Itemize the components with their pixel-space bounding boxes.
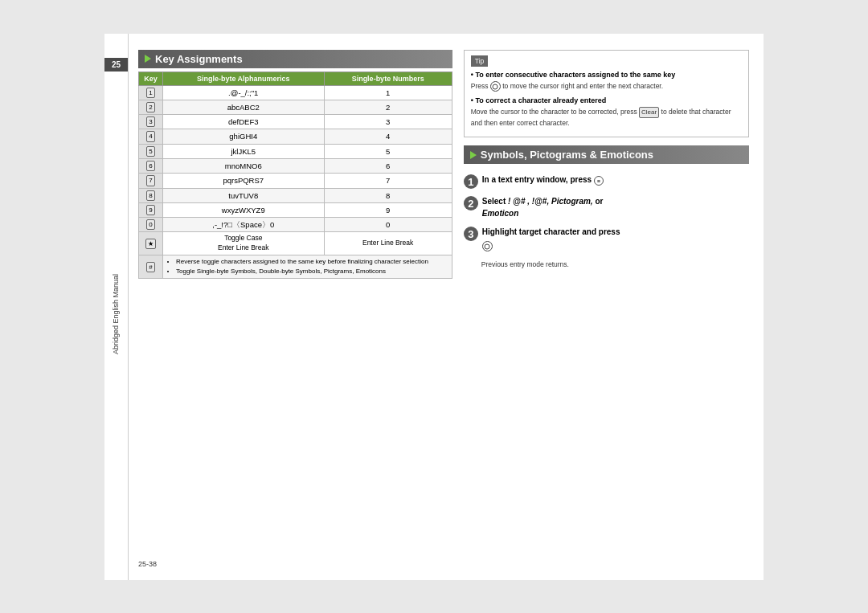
symbols-title: Symbols, Pictograms & Emoticons (481, 149, 653, 161)
symbols-header: Symbols, Pictograms & Emoticons (464, 145, 749, 164)
step-3: 3 Highlight target character and press (464, 226, 749, 251)
table-row: 5jklJKL55 (139, 144, 452, 158)
tip-box: Tip • To enter consecutive characters as… (464, 50, 749, 138)
hash-bullet: Reverse toggle characters assigned to th… (176, 257, 448, 267)
alpha-cell: defDEF3 (163, 115, 325, 129)
tip-item-2-detail: Move the cursor to the character to be c… (471, 107, 742, 129)
key-cell: 6 (139, 158, 163, 173)
sidebar: 25 Abridged English Manual (104, 34, 129, 580)
table-row: 2abcABC22 (139, 100, 452, 114)
tip-item-2: • To correct a character already entered… (471, 96, 742, 128)
num-cell: 5 (324, 144, 452, 158)
step-2-num: 2 (464, 196, 478, 210)
page: 25 Abridged English Manual Key Assignmen… (104, 34, 764, 580)
key-badge: 2 (146, 102, 154, 112)
hash-key-cell: # (139, 255, 163, 279)
symbols-arrow-icon (470, 151, 477, 159)
arrow-icon (145, 55, 151, 63)
content-row: Key Assignments Key Single-byte Alphanum… (138, 50, 749, 548)
num-cell: 3 (324, 115, 452, 129)
symbols-section: Symbols, Pictograms & Emoticons 1 In a t… (464, 145, 749, 268)
num-cell: 9 (324, 202, 452, 217)
table-row: 7pqrsPQRS77 (139, 174, 452, 188)
table-row: 3defDEF33 (139, 115, 452, 129)
key-badge: 0 (146, 219, 154, 230)
key-cell: 5 (139, 144, 163, 158)
col-header-alpha: Single-byte Alphanumerics (163, 72, 325, 85)
key-cell: 9 (139, 202, 163, 217)
table-row-star: ★Toggle CaseEnter Line BreakEnter Line B… (139, 232, 452, 255)
key-cell: 1 (139, 85, 163, 100)
key-badge: 6 (146, 161, 154, 171)
num-cell: 7 (324, 174, 452, 188)
step-3-text: Highlight target character and press (482, 226, 620, 251)
key-assignments-table: Key Single-byte Alphanumerics Single-byt… (138, 72, 452, 280)
cursor-right-icon (490, 81, 501, 92)
step-2-text: Select ! @# , !@#, Pictogram, or Emotico… (482, 195, 604, 219)
menu-icon: ≡ (594, 176, 604, 186)
alpha-cell: ,-_!?□〈Space〉0 (163, 218, 325, 232)
previous-entry-text: Previous entry mode returns. (464, 260, 749, 268)
col-header-key: Key (139, 72, 163, 85)
alpha-cell: mnoMNO6 (163, 158, 325, 173)
tip-item-1-detail: Press to move the cursor right and enter… (471, 81, 742, 92)
table-row-hash: #Reverse toggle characters assigned to t… (139, 255, 452, 279)
confirm-circle-icon (482, 241, 493, 251)
tip-item-1: • To enter consecutive characters assign… (471, 70, 742, 92)
key-cell: 2 (139, 100, 163, 114)
num-cell: 6 (324, 158, 452, 173)
main-content: Key Assignments Key Single-byte Alphanum… (129, 34, 764, 580)
key-cell: 4 (139, 129, 163, 144)
key-badge: 8 (146, 190, 154, 201)
key-badge: 4 (146, 131, 154, 141)
step-2: 2 Select ! @# , !@#, Pictogram, or Emoti… (464, 195, 749, 219)
page-number: 25 (112, 60, 121, 69)
step-1-num: 1 (464, 174, 478, 189)
num-cell: 2 (324, 100, 452, 114)
star-badge: ★ (145, 239, 156, 249)
hash-badge: # (146, 262, 154, 272)
key-cell: 7 (139, 174, 163, 188)
table-row: 6mnoMNO66 (139, 158, 452, 173)
table-row: 1.@-_/:;"11 (139, 85, 452, 100)
key-badge: 1 (146, 88, 154, 98)
alpha-cell: tuvTUV8 (163, 188, 325, 202)
alpha-cell: .@-_/:;"1 (163, 85, 325, 100)
left-column: Key Assignments Key Single-byte Alphanum… (138, 50, 452, 548)
star-alpha-cell: Toggle CaseEnter Line Break (163, 232, 325, 255)
table-row: 0,-_!?□〈Space〉00 (139, 218, 452, 232)
key-badge: 9 (146, 205, 154, 215)
page-bottom: 25-38 (138, 556, 749, 568)
alpha-cell: wxyzWXYZ9 (163, 202, 325, 217)
key-badge: 7 (146, 175, 154, 186)
star-num-cell: Enter Line Break (324, 232, 452, 255)
key-cell: 0 (139, 218, 163, 232)
alpha-cell: pqrsPQRS7 (163, 174, 325, 188)
key-assignments-header: Key Assignments (138, 50, 452, 68)
key-badge: 5 (146, 146, 154, 157)
table-row: 8tuvTUV88 (139, 188, 452, 202)
step-1: 1 In a text entry window, press ≡ (464, 174, 749, 189)
tip-item-1-bold: • To enter consecutive characters assign… (471, 70, 742, 81)
star-key-cell: ★ (139, 232, 163, 255)
key-badge: 3 (146, 116, 154, 127)
table-row: 4ghiGHI44 (139, 129, 452, 144)
tip-label: Tip (471, 55, 489, 67)
step-1-text: In a text entry window, press ≡ (482, 174, 604, 186)
key-cell: 3 (139, 115, 163, 129)
bottom-page-num: 25-38 (138, 560, 157, 568)
table-row: 9wxyzWXYZ99 (139, 202, 452, 217)
num-cell: 0 (324, 218, 452, 232)
key-assignments-title: Key Assignments (155, 53, 243, 65)
alpha-cell: ghiGHI4 (163, 129, 325, 144)
tip-item-2-bold: • To correct a character already entered (471, 96, 742, 107)
hash-bullet: Toggle Single-byte Symbols, Double-byte … (176, 267, 448, 276)
col-header-num: Single-byte Numbers (324, 72, 452, 85)
key-cell: 8 (139, 188, 163, 202)
alpha-cell: jklJKL5 (163, 144, 325, 158)
hash-content-cell: Reverse toggle characters assigned to th… (163, 255, 452, 279)
num-cell: 1 (324, 85, 452, 100)
right-column: Tip • To enter consecutive characters as… (464, 50, 749, 548)
tip-list: • To enter consecutive characters assign… (471, 70, 742, 128)
sidebar-label: Abridged English Manual (112, 274, 121, 354)
